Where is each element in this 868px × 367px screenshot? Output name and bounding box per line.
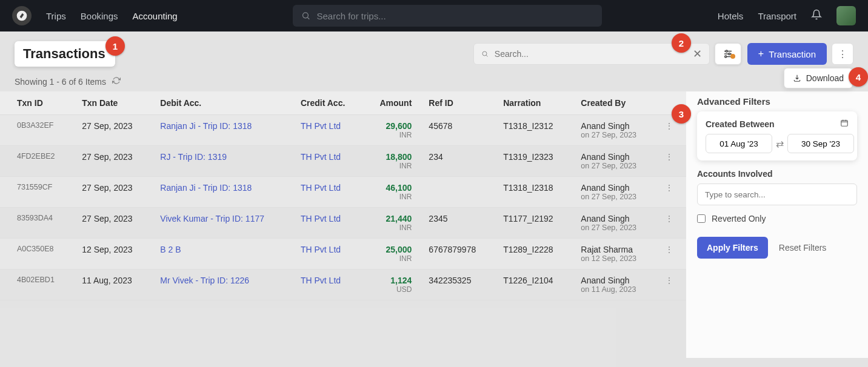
cell-credit[interactable]: TH Pvt Ltd [292,208,364,239]
cell-debit[interactable]: Mr Vivek - Trip ID: 1226 [152,269,292,300]
app-logo[interactable] [12,6,32,25]
col-txnid[interactable]: Txn ID [0,91,73,115]
cell-credit[interactable]: TH Pvt Ltd [292,146,364,177]
col-debit[interactable]: Debit Acc. [152,91,292,115]
col-credit[interactable]: Credit Acc. [292,91,364,115]
row-more-button[interactable]: ⋮ [656,269,686,300]
bell-icon[interactable] [811,9,822,22]
table-search-input[interactable] [495,49,683,59]
download-item[interactable]: Download [784,68,853,88]
reverted-only-row[interactable]: Reverted Only [697,214,857,223]
svg-point-0 [303,13,309,18]
svg-point-7 [729,53,730,55]
created-between-label: Created Between [706,119,775,129]
add-transaction-button[interactable]: + Transaction [747,43,827,65]
global-search[interactable] [293,5,602,27]
sort-row: Showing 1 - 6 of 6 Items Sort By [0,73,868,91]
table-row[interactable]: 83593DA4 27 Sep, 2023 Vivek Kumar - Trip… [0,208,686,239]
cell-amount: 18,800INR [364,146,421,177]
svg-rect-10 [841,121,848,126]
global-search-input[interactable] [316,11,593,21]
col-createdby[interactable]: Created By [572,91,656,115]
cell-date: 27 Sep, 2023 [73,115,152,146]
callout-2: 2 [672,33,691,53]
row-more-button[interactable]: ⋮ [656,177,686,208]
cell-txnid: 4B02EBD1 [0,269,73,300]
nav-transport[interactable]: Transport [758,11,796,21]
row-more-button[interactable]: ⋮ [656,239,686,269]
cell-credit[interactable]: TH Pvt Ltd [292,115,364,146]
date-from-input[interactable] [706,134,772,153]
cell-debit[interactable]: Ranjan Ji - Trip ID: 1318 [152,177,292,208]
table-row[interactable]: 0B3A32EF 27 Sep, 2023 Ranjan Ji - Trip I… [0,115,686,146]
col-amount[interactable]: Amount [364,91,421,115]
cell-createdby: Anand Singhon 27 Sep, 2023 [572,115,656,146]
svg-point-2 [482,51,487,56]
cell-amount: 1,124USD [364,269,421,300]
svg-point-9 [725,56,727,58]
transactions-table: Txn ID Txn Date Debit Acc. Credit Acc. A… [0,91,686,300]
cell-date: 27 Sep, 2023 [73,146,152,177]
calendar-icon[interactable] [840,119,849,129]
add-transaction-label: Transaction [769,49,816,59]
cell-refid [420,177,495,208]
col-refid[interactable]: Ref ID [420,91,495,115]
apply-filters-button[interactable]: Apply Filters [697,237,768,259]
reverted-only-label: Reverted Only [712,214,766,223]
cell-refid: 45678 [420,115,495,146]
nav-trips[interactable]: Trips [46,11,66,21]
filter-toggle-button[interactable] [715,43,741,65]
cell-narration: T1318_I2318 [495,177,572,208]
cell-createdby: Anand Singhon 11 Aug, 2023 [572,269,656,300]
reset-filters-button[interactable]: Reset Filters [779,243,827,253]
cell-debit[interactable]: Ranjan Ji - Trip ID: 1318 [152,115,292,146]
table-row[interactable]: 731559CF 27 Sep, 2023 Ranjan Ji - Trip I… [0,177,686,208]
col-txndate[interactable]: Txn Date [73,91,152,115]
cell-debit[interactable]: RJ - Trip ID: 1319 [152,146,292,177]
cell-narration: T1226_I2104 [495,269,572,300]
svg-line-1 [308,18,310,19]
cell-txnid: 83593DA4 [0,208,73,239]
table-row[interactable]: 4B02EBD1 11 Aug, 2023 Mr Vivek - Trip ID… [0,269,686,300]
cell-debit[interactable]: Vivek Kumar - Trip ID: 1177 [152,208,292,239]
close-icon[interactable]: ✕ [693,47,702,61]
transactions-table-wrap: Txn ID Txn Date Debit Acc. Credit Acc. A… [0,91,686,300]
filter-active-dot-icon [730,54,735,59]
date-to-input[interactable] [787,134,854,153]
col-narration[interactable]: Narration [495,91,572,115]
cell-debit[interactable]: B 2 B [152,239,292,269]
refresh-icon[interactable] [112,76,121,87]
avatar[interactable] [836,6,856,25]
cell-amount: 29,600INR [364,115,421,146]
cell-credit[interactable]: TH Pvt Ltd [292,269,364,300]
plus-icon: + [758,48,764,59]
cell-txnid: 731559CF [0,177,73,208]
row-more-button[interactable]: ⋮ [656,208,686,239]
cell-date: 11 Aug, 2023 [73,269,152,300]
accounts-search-input[interactable] [697,183,857,205]
more-menu-button[interactable]: ⋮ Download [832,43,853,65]
cell-txnid: 4FD2EBE2 [0,146,73,177]
nav-accounting[interactable]: Accounting [133,11,178,21]
table-row[interactable]: 4FD2EBE2 27 Sep, 2023 RJ - Trip ID: 1319… [0,146,686,177]
swap-icon: ⇄ [776,138,784,150]
row-more-button[interactable]: ⋮ [656,146,686,177]
cell-date: 27 Sep, 2023 [73,208,152,239]
cell-amount: 25,000INR [364,239,421,269]
table-row[interactable]: A0C350E8 12 Sep, 2023 B 2 B TH Pvt Ltd 2… [0,239,686,269]
page-title: Transactions [23,46,105,61]
advanced-filters-panel: Advanced Filters Created Between ⇄ Accou… [686,91,868,358]
reverted-only-checkbox[interactable] [697,214,706,223]
nav-hotels[interactable]: Hotels [718,11,744,21]
callout-3: 3 [672,104,691,124]
download-label: Download [806,73,844,83]
nav-bookings[interactable]: Bookings [81,11,118,21]
more-icon: ⋮ [838,48,847,60]
accounts-involved-label: Accounts Involved [697,169,857,179]
cell-credit[interactable]: TH Pvt Ltd [292,239,364,269]
cell-createdby: Anand Singhon 27 Sep, 2023 [572,208,656,239]
cell-txnid: 0B3A32EF [0,115,73,146]
cell-refid: 2345 [420,208,495,239]
cell-credit[interactable]: TH Pvt Ltd [292,177,364,208]
showing-text: Showing 1 - 6 of 6 Items [15,77,106,87]
